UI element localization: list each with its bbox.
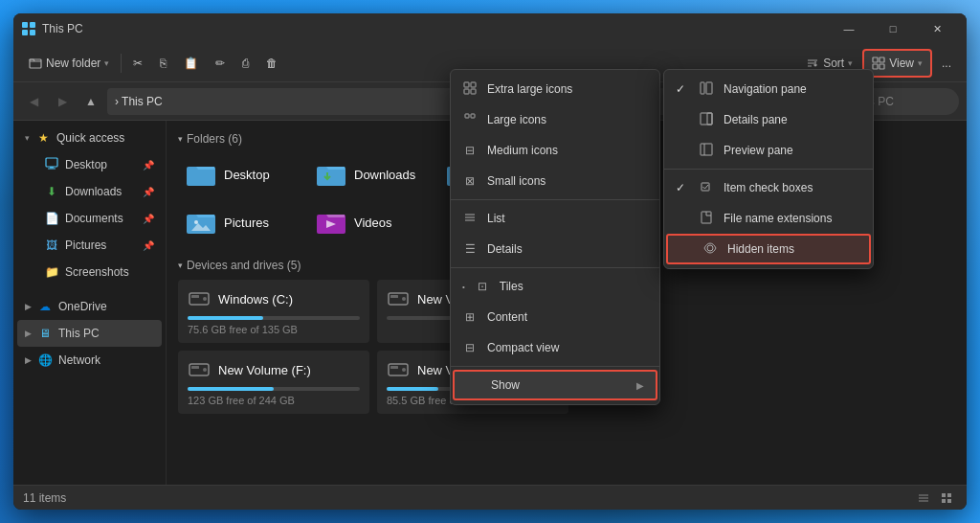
menu-small-icons-label: Small icons: [487, 174, 546, 188]
sidebar: ▾ ★ Quick access Desktop 📌 ⬇ Downloads 📌…: [13, 121, 167, 485]
up-button[interactable]: ▲: [78, 89, 103, 114]
sidebar-screenshots-label: Screenshots: [65, 265, 129, 279]
delete-button[interactable]: 🗑: [258, 49, 285, 78]
sort-label: Sort: [823, 57, 844, 70]
svg-rect-53: [471, 114, 475, 118]
submenu-details-pane[interactable]: ✓ Details pane: [664, 104, 873, 135]
drive-f-name: New Volume (F:): [218, 363, 311, 377]
svg-point-34: [402, 297, 406, 301]
sidebar-item-quick-access[interactable]: ▾ ★ Quick access: [17, 125, 162, 151]
submenu-hidden-items-label: Hidden items: [727, 242, 794, 256]
new-folder-button[interactable]: New folder ▾: [21, 49, 117, 78]
quick-access-icon: ★: [35, 131, 51, 145]
folder-desktop-icon: [186, 159, 216, 190]
back-button[interactable]: ◀: [21, 89, 46, 114]
menu-extra-large-icons-label: Extra large icons: [487, 82, 572, 96]
cut-button[interactable]: ✂: [125, 49, 150, 78]
item-check-boxes-check: ✓: [676, 181, 689, 194]
folder-desktop[interactable]: Desktop: [178, 153, 302, 195]
sidebar-item-this-pc[interactable]: ▶ 🖥 This PC: [17, 320, 162, 347]
paste-button[interactable]: 📋: [176, 49, 206, 78]
sidebar-network-label: Network: [58, 353, 100, 367]
content-icon: ⊞: [462, 310, 478, 324]
onedrive-icon: ☁: [37, 300, 53, 313]
folder-downloads-icon: [316, 159, 346, 190]
folder-videos[interactable]: Videos: [308, 201, 433, 243]
menu-large-icons-label: Large icons: [487, 113, 546, 126]
svg-point-40: [402, 368, 406, 372]
drive-c-name: Windows (C:): [218, 292, 293, 307]
sidebar-item-documents[interactable]: 📄 Documents 📌: [17, 205, 162, 232]
menu-tiles[interactable]: • ⊡ Tiles: [451, 271, 659, 302]
drive-f-header: New Volume (F:): [188, 358, 360, 381]
list-view-button[interactable]: [913, 489, 934, 508]
submenu-item-check-boxes[interactable]: ✓ Item check boxes: [664, 172, 873, 203]
menu-large-icons[interactable]: Large icons: [451, 104, 659, 135]
downloads-icon: ⬇: [44, 185, 59, 198]
menu-medium-icons[interactable]: ⊟ Medium icons: [451, 135, 659, 166]
menu-extra-large-icons[interactable]: Extra large icons: [451, 74, 659, 104]
sidebar-item-quick-access-label: Quick access: [56, 131, 124, 145]
details-pane-icon: [699, 112, 714, 128]
folders-chevron: ▾: [178, 134, 183, 144]
sidebar-item-screenshots[interactable]: 📁 Screenshots: [17, 259, 162, 285]
sidebar-item-onedrive[interactable]: ▶ ☁ OneDrive: [17, 293, 162, 320]
grid-view-button[interactable]: [936, 489, 957, 508]
svg-rect-2: [22, 30, 28, 35]
submenu-navigation-pane[interactable]: ✓ Navigation pane: [664, 74, 873, 104]
drive-f-bar-fill: [188, 387, 274, 391]
item-check-icon: [699, 180, 714, 196]
menu-content-label: Content: [487, 310, 527, 324]
folders-label: Folders (6): [187, 132, 242, 146]
rename-button[interactable]: ✏: [208, 49, 233, 78]
screenshots-icon: 📁: [44, 265, 59, 279]
sidebar-item-pictures[interactable]: 🖼 Pictures 📌: [17, 232, 162, 259]
menu-list[interactable]: List: [451, 203, 659, 234]
sidebar-item-desktop[interactable]: Desktop 📌: [17, 151, 162, 178]
drive-f[interactable]: New Volume (F:) 123 GB free of 244 GB: [178, 351, 369, 414]
small-icons-icon: ⊠: [462, 174, 478, 188]
view-icon: [872, 57, 885, 70]
folder-pictures-icon: [186, 207, 216, 238]
view-label: View: [889, 57, 914, 70]
svg-rect-45: [947, 493, 951, 497]
svg-rect-60: [707, 113, 712, 125]
sidebar-item-network[interactable]: ▶ 🌐 Network: [17, 347, 162, 374]
share-button[interactable]: ⎙: [234, 49, 256, 78]
more-button[interactable]: ...: [934, 49, 959, 78]
folder-pictures[interactable]: Pictures: [178, 201, 302, 243]
nav-pane-icon: [699, 81, 714, 98]
compact-view-icon: ⊟: [462, 341, 478, 354]
svg-rect-0: [22, 22, 28, 28]
svg-rect-36: [191, 366, 199, 369]
folder-downloads-label: Downloads: [354, 168, 415, 182]
tiles-icon: ⊡: [475, 280, 490, 293]
close-button[interactable]: ✕: [915, 13, 959, 44]
drive-c-bar-fill: [188, 316, 263, 320]
this-pc-icon: 🖥: [37, 327, 53, 340]
submenu-hidden-items[interactable]: ✓ Hidden items: [666, 234, 871, 264]
network-icon: 🌐: [37, 353, 53, 367]
drive-e-icon: [387, 358, 410, 381]
menu-compact-view[interactable]: ⊟ Compact view: [451, 332, 659, 363]
drive-c[interactable]: Windows (C:) 75.6 GB free of 135 GB: [178, 280, 369, 343]
svg-rect-30: [191, 295, 199, 298]
menu-small-icons[interactable]: ⊠ Small icons: [451, 166, 659, 196]
drive-e-bar-fill: [387, 387, 438, 391]
submenu-preview-pane[interactable]: ✓ Preview pane: [664, 135, 873, 166]
details-icon: ☰: [462, 242, 478, 256]
svg-rect-49: [471, 82, 476, 87]
svg-point-26: [194, 220, 198, 224]
minimize-button[interactable]: —: [827, 13, 871, 44]
copy-button[interactable]: ⎘: [152, 49, 174, 78]
menu-content[interactable]: ⊞ Content: [451, 302, 659, 332]
sidebar-item-downloads[interactable]: ⬇ Downloads 📌: [17, 178, 162, 205]
folder-downloads[interactable]: Downloads: [308, 153, 433, 195]
submenu-details-pane-label: Details pane: [724, 113, 788, 126]
forward-button[interactable]: ▶: [50, 89, 75, 114]
submenu-file-name-extensions[interactable]: ✓ File name extensions: [664, 203, 873, 234]
maximize-button[interactable]: □: [871, 13, 915, 44]
menu-details[interactable]: ☰ Details: [451, 234, 659, 264]
menu-show[interactable]: Show ▶: [453, 370, 657, 400]
sort-icon: [806, 57, 819, 70]
